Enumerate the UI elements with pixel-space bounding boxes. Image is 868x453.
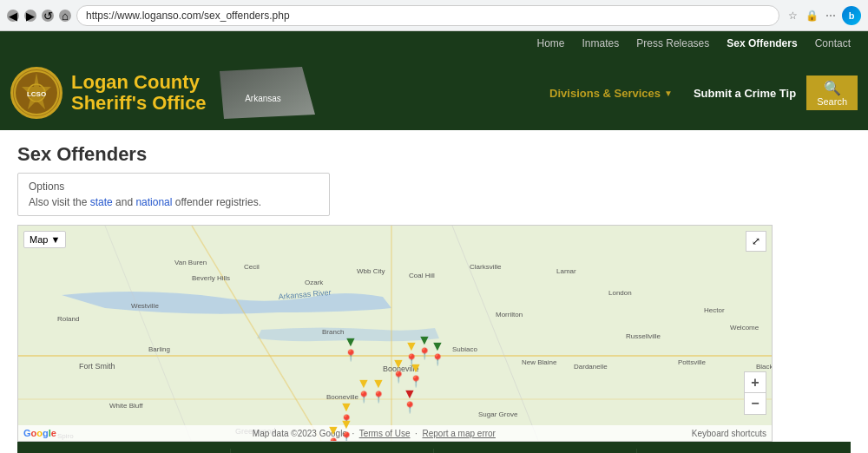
keyboard-shortcuts-link[interactable]: Keyboard shortcuts: [692, 429, 766, 438]
svg-text:Sugar Grove: Sugar Grove: [478, 410, 518, 418]
map-marker[interactable]: 📍: [344, 335, 352, 347]
map-marker[interactable]: 📍: [409, 361, 418, 373]
options-description: Also visit the state and national offend…: [29, 196, 319, 208]
lock-icon: 🔒: [804, 8, 819, 23]
svg-text:New Blaine: New Blaine: [522, 358, 557, 366]
sheriff-badge-logo: LCSO: [10, 67, 62, 119]
svg-text:Clarksville: Clarksville: [470, 263, 502, 271]
nav-contact[interactable]: Contact: [806, 31, 859, 56]
zoom-out-button[interactable]: −: [745, 393, 766, 414]
submit-crime-tip-link[interactable]: Submit a Crime Tip: [683, 76, 806, 110]
svg-text:Cecil: Cecil: [244, 263, 260, 271]
svg-text:Wbb City: Wbb City: [357, 267, 385, 275]
map-marker-red[interactable]: 📍: [403, 387, 411, 399]
top-navigation: Home Inmates Press Releases Sex Offender…: [0, 31, 868, 56]
svg-line-10: [452, 226, 539, 442]
map-expand-button[interactable]: ⤢: [746, 231, 766, 252]
offenders-col3: Lovell, Michael EMolle, Brandon KeithRob…: [434, 449, 637, 453]
svg-text:London: London: [608, 289, 632, 297]
nav-press-releases[interactable]: Press Releases: [628, 31, 718, 56]
dropdown-arrow-icon: ▼: [664, 89, 673, 98]
browser-chrome: ◀ ▶ ↺ ⌂ https://www.loganso.com/sex_offe…: [0, 0, 868, 31]
nav-home[interactable]: Home: [529, 31, 574, 56]
site-title: Logan County Sheriff's Office: [71, 72, 207, 114]
svg-text:White Bluff: White Bluff: [109, 402, 143, 410]
svg-text:Arkansas: Arkansas: [245, 94, 281, 103]
map-svg: Fort Smith Barling Greenwood Branch Boon…: [18, 226, 773, 442]
map-marker[interactable]: 📍: [339, 417, 348, 430]
map-marker[interactable]: 📍: [357, 377, 365, 389]
state-registry-link[interactable]: state: [90, 196, 113, 208]
search-button[interactable]: 🔍 Search: [806, 76, 858, 110]
settings-icon[interactable]: ⋯: [823, 8, 838, 23]
svg-text:Roland: Roland: [57, 315, 79, 323]
svg-text:Ozark: Ozark: [305, 279, 324, 286]
national-registry-link[interactable]: national: [135, 196, 172, 208]
forward-button[interactable]: ▶: [24, 10, 36, 22]
svg-text:Hector: Hector: [704, 306, 725, 314]
svg-text:Lamar: Lamar: [556, 267, 576, 275]
home-button[interactable]: ⌂: [59, 10, 71, 22]
svg-text:LCSO: LCSO: [27, 90, 46, 98]
svg-text:Dardanelle: Dardanelle: [574, 363, 608, 371]
svg-text:Barling: Barling: [148, 345, 170, 353]
map-footer: Google Map data ©2023 Google · Terms of …: [18, 425, 772, 441]
state-map-graphic: Arkansas: [215, 62, 319, 123]
map-background: Fort Smith Barling Greenwood Branch Boon…: [18, 226, 772, 441]
address-bar[interactable]: https://www.loganso.com/sex_offenders.ph…: [76, 5, 779, 26]
map-container: Fort Smith Barling Greenwood Branch Boon…: [17, 225, 773, 442]
map-marker[interactable]: 📍: [404, 339, 413, 351]
browser-actions: ☆ 🔒 ⋯ b: [785, 6, 861, 25]
svg-text:Welcome: Welcome: [730, 324, 760, 332]
page-title: Sex Offenders: [17, 143, 851, 166]
map-marker[interactable]: 📍: [339, 400, 348, 412]
refresh-button[interactable]: ↺: [42, 10, 54, 22]
map-terms-link[interactable]: Terms of Use: [359, 429, 411, 438]
map-marker[interactable]: 📍: [372, 377, 380, 389]
back-button[interactable]: ◀: [7, 10, 19, 22]
google-logo: Google: [23, 428, 56, 438]
svg-text:Beverly Hills: Beverly Hills: [192, 274, 230, 282]
map-type-button[interactable]: Map ▼: [23, 231, 66, 248]
svg-text:Subiaco: Subiaco: [452, 345, 477, 353]
options-label: Options: [29, 181, 319, 193]
map-zoom-controls: + −: [744, 371, 766, 415]
nav-sex-offenders[interactable]: Sex Offenders: [718, 31, 806, 56]
main-content: Sex Offenders Options Also visit the sta…: [0, 130, 868, 453]
header-left: LCSO Logan County Sheriff's Office Arkan…: [10, 62, 319, 123]
map-marker[interactable]: 📍: [391, 357, 400, 369]
offenders-list: Andrepont, Anthony JBerry, Kenneth Dougl…: [17, 442, 851, 453]
site-header: LCSO Logan County Sheriff's Office Arkan…: [0, 56, 868, 130]
svg-text:Russellville: Russellville: [626, 332, 661, 340]
svg-text:Van Buren: Van Buren: [174, 259, 207, 266]
search-icon: 🔍: [824, 80, 841, 96]
map-copyright-text: Map data ©2023 Google · Terms of Use · R…: [253, 429, 496, 438]
zoom-in-button[interactable]: +: [745, 372, 766, 393]
svg-text:Morrilton: Morrilton: [496, 311, 523, 318]
edge-logo: b: [842, 6, 861, 25]
svg-text:Fort Smith: Fort Smith: [79, 362, 115, 371]
svg-marker-4: [220, 67, 315, 119]
header-right: Divisions & Services ▼ Submit a Crime Ti…: [539, 76, 858, 110]
map-marker[interactable]: 📍: [326, 423, 335, 436]
map-report-link[interactable]: Report a map error: [422, 429, 495, 438]
svg-text:Pottsville: Pottsville: [678, 358, 707, 366]
offenders-col2: Deeds, James RobertDerrough, Jimmy Glynn…: [231, 449, 434, 453]
site-title-text: Logan County Sheriff's Office: [71, 72, 207, 114]
options-box: Options Also visit the state and nationa…: [17, 173, 330, 216]
svg-text:Blackwell: Blackwell: [756, 363, 773, 371]
offenders-col1: Andrepont, Anthony JBerry, Kenneth Dougl…: [28, 449, 231, 453]
nav-inmates[interactable]: Inmates: [574, 31, 628, 56]
offenders-col4: Sims, Jeremiah DanielSmith, Mark AaronTh…: [637, 449, 840, 453]
map-marker[interactable]: 📍: [431, 339, 439, 351]
svg-text:Coal Hill: Coal Hill: [409, 272, 435, 279]
svg-text:Westville: Westville: [131, 302, 159, 310]
map-marker[interactable]: 📍: [418, 333, 426, 345]
favorites-icon[interactable]: ☆: [785, 8, 800, 23]
svg-text:Branch: Branch: [322, 328, 344, 336]
divisions-services-menu[interactable]: Divisions & Services ▼: [539, 76, 683, 110]
